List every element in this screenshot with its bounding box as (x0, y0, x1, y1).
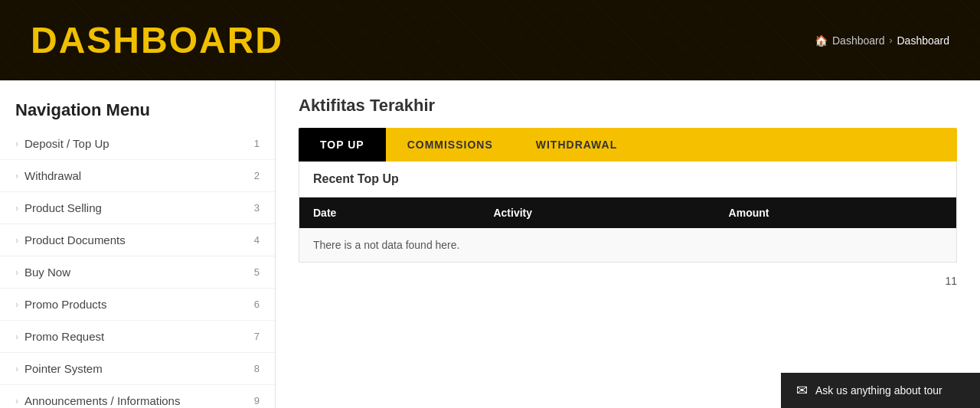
sidebar: Navigation Menu › Deposit / Top Up 1 › W… (0, 80, 276, 408)
sidebar-number-3: 3 (254, 202, 260, 214)
nav-arrow-6: › (15, 299, 18, 310)
sidebar-number-8: 8 (254, 363, 260, 374)
sidebar-item-withdrawal[interactable]: › Withdrawal 2 (0, 160, 275, 192)
sidebar-item-buy-now[interactable]: › Buy Now 5 (0, 256, 275, 289)
nav-arrow-8: › (15, 364, 18, 374)
sidebar-label-buy-now: Buy Now (24, 266, 70, 279)
bottom-number: 11 (299, 263, 957, 299)
sidebar-label-deposit-topup: Deposit / Top Up (24, 137, 109, 150)
sidebar-label-product-selling: Product Selling (24, 201, 102, 214)
table-empty-message: There is a not data found here. (299, 228, 956, 262)
col-date: Date (299, 197, 479, 228)
sidebar-number-4: 4 (254, 234, 260, 246)
sidebar-label-announcements: Announcements / Informations (24, 394, 180, 407)
sidebar-label-withdrawal: Withdrawal (24, 169, 81, 182)
sidebar-title: Navigation Menu (0, 88, 275, 128)
nav-arrow-2: › (15, 171, 18, 181)
sidebar-item-deposit-topup[interactable]: › Deposit / Top Up 1 (0, 128, 275, 160)
sidebar-item-promo-products[interactable]: › Promo Products 6 (0, 289, 275, 321)
nav-arrow-3: › (15, 203, 18, 214)
sidebar-number-6: 6 (254, 299, 260, 310)
sidebar-number-1: 1 (254, 138, 260, 149)
nav-arrow-4: › (15, 235, 18, 246)
breadcrumb: 🏠 Dashboard › Dashboard (815, 34, 949, 47)
breadcrumb-separator: › (890, 35, 893, 46)
activity-tabs: TOP UP COMMISSIONS WITHDRAWAL (299, 128, 957, 162)
sidebar-number-5: 5 (254, 266, 260, 278)
sidebar-item-announcements[interactable]: › Announcements / Informations 9 (0, 385, 275, 408)
tab-withdrawal[interactable]: WITHDRAWAL (514, 128, 639, 162)
tab-commissions[interactable]: COMMISSIONS (386, 128, 514, 162)
topup-table: Date Activity Amount There is a not data… (299, 197, 956, 262)
section-title: Aktifitas Terakhir (299, 96, 957, 116)
sidebar-item-product-documents[interactable]: › Product Documents 4 (0, 224, 275, 256)
sidebar-item-pointer-system[interactable]: › Pointer System 8 (0, 353, 275, 385)
table-section: Recent Top Up Date Activity Amount There… (299, 162, 957, 263)
sidebar-number-7: 7 (254, 331, 260, 342)
col-activity: Activity (479, 197, 714, 228)
nav-arrow-7: › (15, 331, 18, 342)
nav-arrow-9: › (15, 396, 18, 406)
main-layout: Navigation Menu › Deposit / Top Up 1 › W… (0, 80, 980, 408)
page-header: DASHBOARD 🏠 Dashboard › Dashboard (0, 0, 980, 80)
sidebar-label-product-documents: Product Documents (24, 233, 126, 246)
sidebar-label-pointer-system: Pointer System (24, 362, 103, 375)
table-empty-row: There is a not data found here. (299, 228, 956, 262)
sidebar-number-2: 2 (254, 170, 260, 181)
sidebar-number-9: 9 (254, 395, 260, 406)
tab-topup[interactable]: TOP UP (299, 128, 386, 162)
chat-widget[interactable]: ✉ Ask us anything about tour (781, 373, 980, 408)
breadcrumb-current: Dashboard (897, 34, 950, 47)
table-section-header: Recent Top Up (299, 162, 956, 197)
col-amount: Amount (715, 197, 956, 228)
nav-arrow-5: › (15, 267, 18, 278)
breadcrumb-home-link[interactable]: Dashboard (832, 34, 885, 47)
chat-icon: ✉ (796, 382, 808, 399)
page-title: DASHBOARD (31, 19, 283, 61)
sidebar-label-promo-products: Promo Products (24, 298, 107, 311)
sidebar-item-product-selling[interactable]: › Product Selling 3 (0, 192, 275, 224)
sidebar-label-promo-request: Promo Request (24, 330, 104, 343)
home-icon: 🏠 (815, 34, 828, 47)
sidebar-item-promo-request[interactable]: › Promo Request 7 (0, 321, 275, 353)
table-header-row: Date Activity Amount (299, 197, 956, 228)
chat-label: Ask us anything about tour (815, 384, 942, 397)
nav-arrow-1: › (15, 139, 18, 149)
main-content: Aktifitas Terakhir TOP UP COMMISSIONS WI… (276, 80, 980, 408)
